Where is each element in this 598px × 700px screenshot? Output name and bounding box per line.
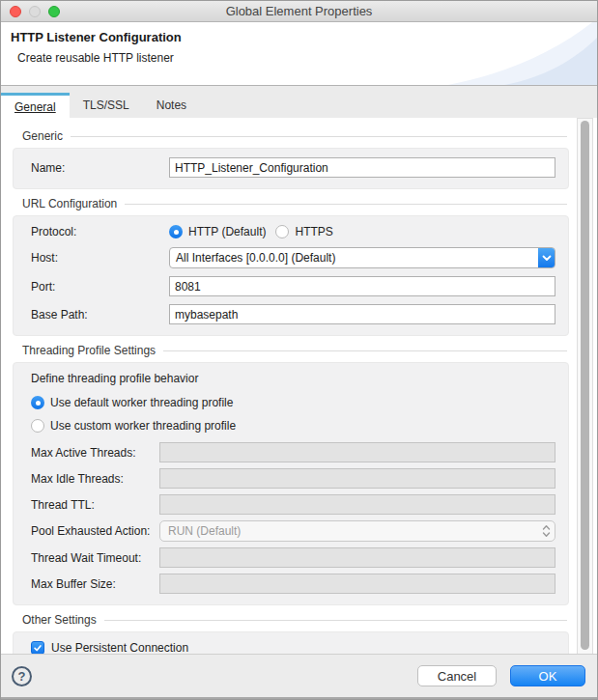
chevron-down-icon[interactable] — [538, 247, 555, 268]
protocol-label: Protocol: — [31, 225, 169, 238]
close-window-button[interactable] — [10, 6, 21, 17]
scrollbar-thumb[interactable] — [581, 121, 589, 650]
host-selected-value: All Interfaces [0.0.0.0] (Default) — [170, 251, 538, 265]
custom-profile-row: Use custom worker threading profile — [31, 419, 555, 433]
threading-groupbox: Define threading profile behavior Use de… — [13, 362, 569, 605]
pool-exhausted-value: RUN (Default) — [168, 524, 542, 538]
custom-profile-label: Use custom worker threading profile — [50, 419, 236, 433]
port-row: Port: — [31, 276, 555, 296]
section-threading-title: Threading Profile Settings — [22, 344, 156, 357]
max-idle-threads-label: Max Idle Threads: — [31, 472, 159, 486]
max-idle-threads-input — [159, 468, 555, 489]
tab-tls-ssl[interactable]: TLS/SSL — [70, 93, 143, 118]
pool-exhausted-select: RUN (Default) — [159, 520, 555, 542]
persistent-connection-checkbox[interactable] — [31, 641, 44, 655]
max-buffer-size-label: Max Buffer Size: — [31, 577, 159, 591]
zoom-window-button[interactable] — [48, 6, 60, 17]
section-other-title: Other Settings — [22, 613, 97, 627]
cancel-button[interactable]: Cancel — [417, 665, 497, 686]
default-profile-radio[interactable] — [31, 396, 44, 409]
max-active-threads-row: Max Active Threads: — [31, 442, 555, 462]
stepper-updown-icon — [542, 524, 551, 538]
default-profile-row: Use default worker threading profile — [31, 396, 555, 409]
tab-notes[interactable]: Notes — [143, 93, 200, 118]
section-divider — [104, 620, 567, 621]
default-profile-label: Use default worker threading profile — [50, 396, 233, 409]
port-input[interactable] — [169, 276, 555, 296]
https-radio-label: HTTPS — [295, 225, 332, 238]
section-divider — [125, 204, 567, 205]
thread-ttl-label: Thread TTL: — [31, 498, 159, 512]
persistent-connection-label: Use Persistent Connection — [51, 641, 188, 655]
thread-wait-timeout-label: Thread Wait Timeout: — [31, 551, 159, 565]
tab-general[interactable]: General — [1, 93, 70, 118]
http-radio[interactable] — [169, 225, 183, 238]
section-other-header: Other Settings — [22, 613, 587, 627]
pool-exhausted-label: Pool Exhausted Action: — [31, 524, 159, 538]
max-buffer-size-input — [159, 574, 555, 594]
thread-wait-timeout-input — [159, 547, 555, 568]
section-divider — [163, 350, 567, 351]
section-threading-header: Threading Profile Settings — [22, 344, 587, 357]
section-url-title: URL Configuration — [22, 197, 117, 210]
name-row: Name: — [31, 157, 555, 178]
section-generic-header: Generic — [22, 129, 587, 143]
url-groupbox: Protocol: HTTP (Default) HTTPS Host: All… — [13, 215, 569, 336]
window-title: Global Element Properties — [226, 4, 373, 18]
minimize-window-button[interactable] — [29, 6, 41, 17]
base-path-label: Base Path: — [31, 308, 169, 322]
protocol-row: Protocol: HTTP (Default) HTTPS — [31, 225, 555, 238]
behavior-label: Define threading profile behavior — [31, 372, 198, 385]
page-subtitle: Create reusable HTTP listener — [1, 44, 597, 65]
persistent-connection-row: Use Persistent Connection — [31, 641, 555, 655]
max-buffer-size-row: Max Buffer Size: — [31, 574, 555, 594]
wizard-banner: HTTP Listener Configuration Create reusa… — [1, 22, 597, 86]
dialog-window: Global Element Properties HTTP Listener … — [0, 0, 598, 700]
base-path-row: Base Path: — [31, 304, 555, 324]
ok-button[interactable]: OK — [510, 665, 585, 686]
port-label: Port: — [31, 280, 169, 294]
host-row: Host: All Interfaces [0.0.0.0] (Default) — [31, 247, 555, 268]
title-bar: Global Element Properties — [1, 1, 597, 22]
behavior-row: Define threading profile behavior — [31, 372, 555, 385]
name-label: Name: — [31, 161, 169, 175]
section-divider — [71, 136, 567, 137]
help-button[interactable]: ? — [12, 666, 32, 686]
form-content: Generic Name: URL Configuration Protocol… — [1, 118, 597, 655]
thread-ttl-input — [159, 494, 555, 515]
name-input[interactable] — [169, 157, 555, 178]
section-generic-title: Generic — [22, 129, 63, 143]
custom-profile-radio[interactable] — [31, 419, 44, 433]
tab-bar: General TLS/SSL Notes — [1, 86, 597, 118]
thread-ttl-row: Thread TTL: — [31, 494, 555, 515]
page-title: HTTP Listener Configuration — [1, 22, 597, 44]
generic-groupbox: Name: — [13, 148, 569, 189]
http-radio-label: HTTP (Default) — [188, 225, 266, 238]
host-select[interactable]: All Interfaces [0.0.0.0] (Default) — [169, 247, 555, 268]
check-icon — [33, 643, 43, 653]
vertical-scrollbar[interactable] — [577, 118, 593, 655]
max-active-threads-label: Max Active Threads: — [31, 446, 159, 460]
traffic-lights — [10, 6, 60, 17]
base-path-input[interactable] — [169, 304, 555, 324]
thread-wait-timeout-row: Thread Wait Timeout: — [31, 547, 555, 568]
max-idle-threads-row: Max Idle Threads: — [31, 468, 555, 489]
section-url-header: URL Configuration — [22, 197, 587, 210]
https-radio[interactable] — [275, 225, 289, 238]
pool-exhausted-row: Pool Exhausted Action: RUN (Default) — [31, 520, 555, 542]
dialog-footer: ? Cancel OK — [1, 654, 597, 699]
host-label: Host: — [31, 251, 169, 265]
max-active-threads-input — [159, 442, 555, 462]
